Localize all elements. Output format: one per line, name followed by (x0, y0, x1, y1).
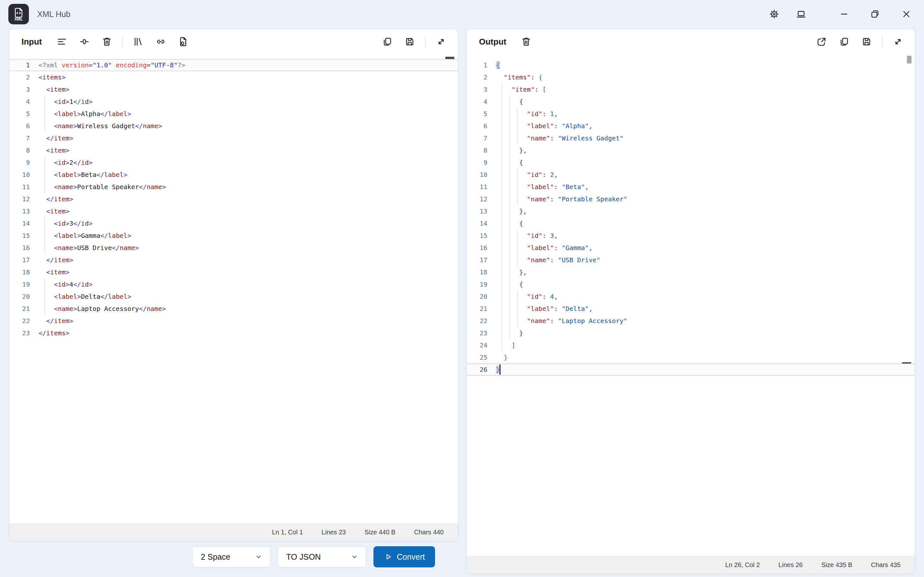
open-file-button[interactable] (174, 33, 192, 51)
line-number: 18 (467, 266, 487, 278)
line-number: 24 (467, 339, 487, 351)
save-input-button[interactable] (401, 33, 419, 51)
minify-icon (79, 36, 90, 47)
format-button[interactable] (53, 33, 71, 51)
line-number: 19 (467, 278, 487, 290)
code-line: 5 <label>Alpha</label> (9, 108, 458, 120)
clear-input-button[interactable] (98, 33, 116, 51)
save-output-button[interactable] (858, 33, 876, 51)
samples-library-button[interactable] (129, 33, 147, 51)
line-number: 8 (467, 144, 487, 156)
code-line: 14 { (467, 218, 915, 229)
settings-button[interactable] (765, 5, 783, 23)
toolbar-divider (425, 36, 426, 47)
line-number: 8 (9, 144, 30, 156)
code-line: 13 <item> (9, 205, 458, 218)
copy-icon (382, 36, 393, 47)
code-line: 8 <item> (9, 144, 458, 156)
overview-cursor-marker (445, 57, 454, 59)
code-line: 17 "name": "USB Drive" (467, 254, 915, 266)
copy-input-button[interactable] (378, 33, 396, 51)
code-line: 21 <name>Laptop Accessory</name> (9, 303, 458, 315)
code-line: 17 </item> (9, 254, 458, 266)
expand-input-button[interactable] (432, 33, 450, 51)
main-area: Input (9, 29, 915, 574)
app-logo: XML (8, 4, 29, 24)
indent-select-value: 2 Space (201, 552, 230, 562)
maximize-button[interactable] (866, 5, 884, 23)
line-number: 15 (9, 229, 30, 242)
minimize-button[interactable] (835, 5, 853, 23)
minify-button[interactable] (75, 33, 94, 51)
code-line: 18 <item> (9, 266, 458, 278)
code-line: 22 </item> (9, 315, 458, 327)
gear-icon (769, 9, 779, 19)
trash-icon (102, 36, 112, 47)
line-number: 10 (9, 169, 30, 181)
cursor-position: Ln 1, Col 1 (272, 529, 303, 536)
output-code-editor[interactable]: 1{2 "items": {3 "item": [4 {5 "id": 1,6 … (467, 54, 915, 556)
line-number: 22 (467, 315, 487, 327)
input-panel-title: Input (21, 37, 42, 47)
line-number: 1 (9, 59, 30, 71)
char-count: Chars 440 (414, 529, 444, 536)
save-icon (861, 36, 872, 47)
line-number: 3 (9, 83, 30, 95)
code-line: 2<items> (9, 71, 458, 83)
toolbar-divider (882, 36, 883, 47)
code-line: 21 "label": "Delta", (467, 303, 915, 315)
line-number: 14 (9, 218, 30, 229)
expand-output-button[interactable] (889, 33, 907, 51)
line-number: 20 (9, 290, 30, 303)
line-number: 9 (467, 156, 487, 169)
copy-output-button[interactable] (835, 33, 853, 51)
line-number: 4 (467, 95, 487, 108)
code-line: 8 }, (467, 144, 915, 156)
laptop-icon (796, 9, 806, 19)
code-line: 3 "item": [ (467, 83, 915, 95)
code-line: 1{ (467, 59, 915, 71)
code-line: 19 { (467, 278, 915, 290)
display-mode-button[interactable] (792, 5, 811, 23)
line-number: 13 (467, 205, 487, 218)
code-line: 15 <label>Gamma</label> (9, 229, 458, 242)
cursor-position: Ln 26, Col 2 (725, 561, 760, 569)
chevron-down-icon (254, 552, 263, 561)
code-line: 4 { (467, 95, 915, 108)
library-icon (133, 36, 144, 47)
conversion-controls: 2 Space TO JSON Convert (9, 546, 458, 567)
input-column: Input (9, 29, 458, 574)
share-icon (816, 36, 827, 47)
code-line: 18 }, (467, 266, 915, 278)
clear-output-button[interactable] (517, 33, 535, 51)
expand-icon (893, 36, 903, 47)
copy-icon (838, 36, 850, 47)
line-number: 15 (467, 229, 487, 242)
window-controls (765, 5, 916, 23)
line-number: 5 (467, 108, 487, 120)
input-toolbar-right (378, 33, 450, 51)
code-line: 16 <name>USB Drive</name> (9, 242, 458, 254)
line-number: 4 (9, 95, 30, 108)
trash-icon (521, 36, 531, 47)
code-line: 15 "id": 3, (467, 229, 915, 242)
close-button[interactable] (897, 5, 916, 23)
output-panel: Output (467, 29, 915, 574)
convert-button-label: Convert (397, 552, 425, 562)
output-status-bar: Ln 26, Col 2 Lines 26 Size 435 B Chars 4… (467, 556, 915, 574)
save-icon (404, 36, 415, 47)
share-output-button[interactable] (813, 33, 830, 51)
link-icon (155, 36, 166, 47)
line-number: 7 (467, 132, 487, 144)
code-line: 13 }, (467, 205, 915, 218)
code-line: 26} (467, 364, 915, 376)
size-info: Size 440 B (365, 529, 396, 536)
code-line: 23</items> (9, 327, 458, 339)
convert-button[interactable]: Convert (373, 546, 435, 567)
share-link-button[interactable] (152, 33, 170, 51)
line-number: 21 (9, 303, 30, 315)
indent-select[interactable]: 2 Space (192, 546, 270, 567)
code-line: 22 "name": "Laptop Accessory" (467, 315, 915, 327)
conversion-mode-select[interactable]: TO JSON (278, 546, 367, 567)
input-code-editor[interactable]: 1<?xml version="1.0" encoding="UTF-8"?>2… (9, 54, 458, 524)
